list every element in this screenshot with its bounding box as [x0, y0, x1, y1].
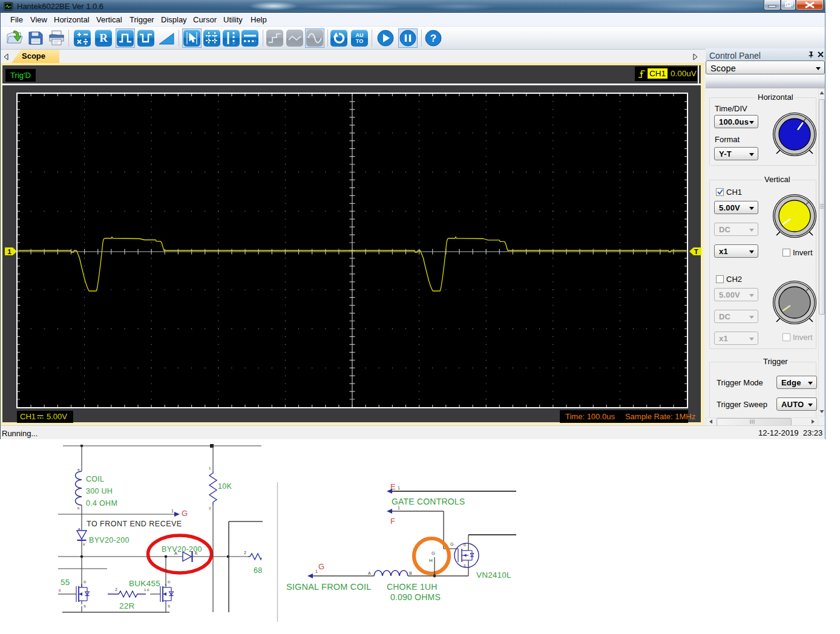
svg-text:K: K: [83, 543, 85, 546]
svg-text:SIGNAL FROM COIL: SIGNAL FROM COIL: [286, 582, 371, 592]
svg-text:1: 1: [398, 486, 400, 490]
svg-text:BUK455: BUK455: [129, 579, 160, 588]
svg-text:K: K: [195, 551, 198, 555]
svg-text:G: G: [450, 542, 453, 546]
svg-text:D: D: [464, 543, 466, 547]
svg-text:a: a: [77, 468, 80, 471]
svg-text:2: 2: [244, 551, 246, 555]
svg-text:55: 55: [61, 578, 70, 587]
svg-text:T: T: [694, 247, 698, 255]
svg-text:S: S: [464, 564, 466, 567]
svg-text:22R: 22R: [119, 601, 135, 610]
svg-text:A: A: [174, 551, 177, 555]
svg-text:COIL: COIL: [86, 475, 104, 483]
svg-text:0.4 OHM: 0.4 OHM: [86, 499, 117, 508]
svg-text:68: 68: [254, 566, 263, 575]
svg-text:G: G: [318, 562, 324, 571]
svg-text:VN2410L: VN2410L: [476, 570, 511, 580]
svg-text:S: S: [84, 604, 86, 608]
svg-text:1: 1: [171, 509, 174, 513]
svg-text:1: 1: [398, 506, 400, 510]
svg-text:a: a: [78, 527, 80, 531]
svg-text:CHOKE 1UH: CHOKE 1UH: [387, 582, 437, 592]
svg-text:GATE CONTROLS: GATE CONTROLS: [392, 497, 465, 506]
svg-text:G: G: [182, 509, 188, 518]
svg-text:10K: 10K: [218, 482, 232, 491]
svg-text:1: 1: [315, 569, 318, 574]
svg-text:300 UH: 300 UH: [86, 487, 113, 495]
svg-text:1 0: 1 0: [144, 588, 149, 592]
svg-text:2: 2: [209, 506, 211, 510]
svg-text:BYV20-200: BYV20-200: [89, 536, 130, 544]
svg-text:S: S: [168, 604, 170, 608]
svg-text:D: D: [84, 580, 87, 584]
svg-text:TO FRONT END RECEVE: TO FRONT END RECEVE: [87, 520, 182, 528]
svg-text:?: ?: [430, 33, 436, 44]
svg-text:D: D: [168, 580, 171, 584]
svg-text:F: F: [390, 517, 395, 526]
svg-text:B: B: [409, 571, 412, 575]
svg-text:H: H: [429, 558, 433, 563]
svg-text:1: 1: [8, 247, 11, 255]
svg-text:0: 0: [59, 589, 61, 592]
svg-text:A: A: [368, 571, 371, 575]
svg-text:G: G: [431, 551, 435, 556]
svg-text:b: b: [77, 506, 80, 510]
svg-text:0.090 OHMS: 0.090 OHMS: [390, 592, 441, 602]
svg-text:2: 2: [115, 587, 117, 592]
svg-text:1: 1: [209, 466, 211, 470]
